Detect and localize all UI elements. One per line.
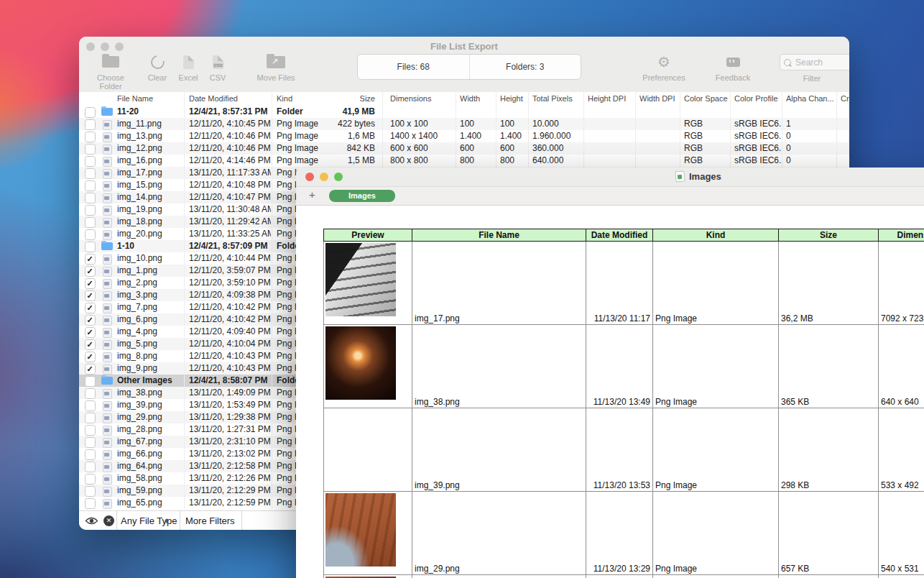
header-file-name: File Name bbox=[412, 229, 586, 242]
divider bbox=[241, 511, 242, 530]
row-checkbox[interactable] bbox=[85, 144, 96, 155]
file-name-cell: img_12.png bbox=[117, 142, 183, 155]
size-cell: 365 KB bbox=[779, 325, 879, 408]
minimize-button[interactable] bbox=[320, 173, 328, 181]
kind-cell: Png Image bbox=[277, 118, 334, 130]
excel-export-button[interactable]: Excel bbox=[174, 52, 203, 86]
column-header-size[interactable]: Size bbox=[327, 92, 375, 106]
column-header-width-dpi[interactable]: Width DPI bbox=[639, 92, 679, 106]
row-checkbox[interactable] bbox=[85, 364, 96, 375]
feedback-button[interactable]: Feedback bbox=[711, 52, 754, 86]
row-checkbox[interactable] bbox=[85, 168, 96, 179]
file-type-dropdown[interactable]: Any File Type bbox=[119, 511, 181, 530]
row-checkbox[interactable] bbox=[85, 486, 96, 497]
preferences-button[interactable]: ⚙ Preferences bbox=[642, 52, 686, 86]
zoom-button[interactable] bbox=[334, 173, 343, 181]
file-name-cell: img_13.png bbox=[117, 130, 183, 142]
row-checkbox[interactable] bbox=[85, 437, 96, 448]
row-checkbox[interactable] bbox=[85, 180, 96, 191]
date-modified-cell: 12/11/20, 4:10:43 PM bbox=[189, 350, 271, 362]
row-checkbox[interactable] bbox=[85, 278, 96, 289]
date-modified-cell: 12/11/20, 4:10:48 PM bbox=[189, 179, 271, 191]
close-button[interactable] bbox=[305, 173, 314, 181]
alpha-channel-cell: 0 bbox=[786, 142, 836, 155]
size-cell: 298 KB bbox=[779, 408, 879, 492]
column-header-date-modified[interactable]: Date Modified bbox=[189, 92, 271, 106]
search-field[interactable] bbox=[780, 54, 849, 70]
column-header-height[interactable]: Height bbox=[500, 92, 527, 106]
file-name-cell: img_38.png bbox=[117, 387, 183, 399]
row-checkbox[interactable] bbox=[85, 474, 96, 485]
row-checkbox[interactable] bbox=[85, 376, 96, 387]
date-modified-cell: 11/13/20 13:53 bbox=[586, 408, 653, 492]
file-type-icon bbox=[103, 474, 112, 485]
images-sheet-tab[interactable]: Images bbox=[329, 190, 395, 202]
row-checkbox[interactable] bbox=[85, 254, 96, 265]
row-checkbox[interactable] bbox=[85, 315, 96, 326]
file-name-cell: img_8.png bbox=[117, 350, 183, 362]
column-header-file-name[interactable]: File Name bbox=[117, 92, 183, 106]
row-checkbox[interactable] bbox=[85, 266, 96, 277]
column-header-alpha-channel[interactable]: Alpha Chan... bbox=[786, 92, 836, 106]
row-checkbox[interactable] bbox=[85, 229, 96, 240]
window-controls bbox=[305, 173, 343, 181]
column-header-color-profile[interactable]: Color Profile bbox=[734, 92, 781, 106]
row-checkbox[interactable] bbox=[85, 352, 96, 362]
window-toolbar-area: File List Export Choose Folder Clear Exc… bbox=[79, 37, 849, 93]
row-checkbox[interactable] bbox=[85, 413, 96, 423]
row-checkbox[interactable] bbox=[85, 327, 96, 338]
row-checkbox[interactable] bbox=[85, 242, 96, 252]
date-modified-cell: 12/11/20, 4:10:42 PM bbox=[189, 313, 271, 326]
column-header-kind[interactable]: Kind bbox=[277, 92, 334, 106]
row-checkbox[interactable] bbox=[85, 119, 96, 130]
eye-toggle-button[interactable] bbox=[85, 516, 98, 528]
more-filters-button[interactable]: More Filters bbox=[185, 511, 235, 530]
date-modified-cell: 13/11/20, 1:53:49 PM bbox=[189, 399, 271, 411]
row-checkbox[interactable] bbox=[85, 290, 96, 301]
color-space-cell: RGB bbox=[684, 142, 729, 155]
row-checkbox[interactable] bbox=[85, 462, 96, 472]
table-row[interactable]: img_11.png 12/11/20, 4:10:45 PM Png Imag… bbox=[79, 118, 849, 130]
clear-filter-button[interactable]: ✕ bbox=[103, 515, 114, 526]
search-input[interactable] bbox=[794, 57, 840, 68]
total-pixels-cell: 10.000 bbox=[532, 118, 583, 130]
row-checkbox[interactable] bbox=[85, 388, 96, 399]
row-checkbox[interactable] bbox=[85, 339, 96, 350]
row-checkbox[interactable] bbox=[85, 132, 96, 142]
clear-button[interactable]: Clear bbox=[143, 52, 172, 86]
row-checkbox[interactable] bbox=[85, 303, 96, 313]
date-modified-cell: 12/4/21, 8:58:07 PM bbox=[189, 375, 271, 387]
table-row[interactable]: 11-20 12/4/21, 8:57:31 PM Folder 41,9 MB bbox=[79, 106, 849, 118]
table-row[interactable]: img_16.png 12/11/20, 4:14:46 PM Png Imag… bbox=[79, 155, 849, 167]
row-checkbox[interactable] bbox=[85, 217, 96, 228]
table-row[interactable]: img_13.png 12/11/20, 4:10:46 PM Png Imag… bbox=[79, 130, 849, 142]
file-type-icon bbox=[103, 230, 112, 240]
row-checkbox[interactable] bbox=[85, 498, 96, 509]
dimensions-cell: 600 x 600 bbox=[390, 142, 455, 155]
column-header-total-pixels[interactable]: Total Pixels bbox=[532, 92, 583, 106]
size-cell: 1,5 MB bbox=[327, 155, 375, 167]
refresh-icon bbox=[148, 52, 167, 71]
add-sheet-button[interactable]: + bbox=[309, 188, 315, 201]
row-checkbox[interactable] bbox=[85, 205, 96, 216]
column-header-color-space[interactable]: Color Space bbox=[684, 92, 729, 106]
excel-label: Excel bbox=[179, 73, 198, 82]
choose-folder-button[interactable]: Choose Folder bbox=[86, 52, 136, 86]
row-checkbox[interactable] bbox=[85, 449, 96, 460]
column-header-cr[interactable]: Cr bbox=[841, 92, 849, 106]
height-cell: 1.400 bbox=[500, 130, 527, 142]
row-checkbox[interactable] bbox=[85, 156, 96, 167]
column-header-width[interactable]: Width bbox=[460, 92, 495, 106]
column-header-dimensions[interactable]: Dimensions bbox=[390, 92, 455, 106]
file-name-cell: img_11.png bbox=[117, 118, 183, 130]
file-name-cell: img_5.png bbox=[117, 338, 183, 350]
move-files-button[interactable]: Move Files bbox=[251, 52, 301, 86]
row-checkbox[interactable] bbox=[85, 193, 96, 203]
row-checkbox[interactable] bbox=[85, 107, 96, 118]
row-checkbox[interactable] bbox=[85, 400, 96, 411]
csv-export-button[interactable]: CSV CSV bbox=[203, 52, 232, 86]
row-checkbox[interactable] bbox=[85, 425, 96, 436]
column-header-height-dpi[interactable]: Height DPI bbox=[588, 92, 634, 106]
table-row[interactable]: img_12.png 12/11/20, 4:10:46 PM Png Imag… bbox=[79, 142, 849, 155]
csv-label: CSV bbox=[210, 73, 226, 82]
